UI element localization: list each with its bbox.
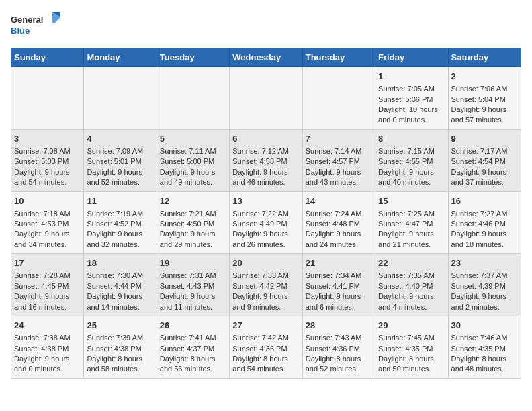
- day-info: Daylight: 9 hours and 43 minutes.: [306, 167, 372, 188]
- day-info: Sunrise: 7:09 AM: [87, 146, 153, 156]
- day-info: Sunset: 4:42 PM: [232, 281, 299, 291]
- day-info: Sunrise: 7:18 AM: [14, 209, 81, 219]
- day-info: Daylight: 9 hours and 6 minutes.: [306, 291, 372, 312]
- day-info: Daylight: 8 hours and 52 minutes.: [306, 354, 372, 375]
- calendar-cell: 18Sunrise: 7:30 AMSunset: 4:44 PMDayligh…: [84, 254, 157, 316]
- day-info: Sunset: 4:49 PM: [232, 219, 299, 229]
- day-number: 8: [378, 133, 445, 145]
- day-info: Sunrise: 7:06 AM: [451, 84, 518, 94]
- day-info: Sunset: 4:57 PM: [306, 156, 372, 167]
- day-info: Sunset: 4:44 PM: [87, 281, 153, 291]
- day-info: Daylight: 9 hours and 46 minutes.: [232, 167, 299, 188]
- day-info: Sunrise: 7:22 AM: [232, 209, 299, 219]
- day-info: Sunset: 4:37 PM: [160, 344, 226, 354]
- svg-text:Blue: Blue: [11, 26, 30, 36]
- day-info: Sunrise: 7:46 AM: [451, 333, 518, 343]
- day-number: 5: [160, 133, 226, 145]
- day-info: Sunset: 4:50 PM: [160, 219, 226, 229]
- day-info: Daylight: 9 hours and 32 minutes.: [87, 229, 153, 250]
- day-number: 14: [306, 195, 372, 208]
- day-info: Sunset: 5:00 PM: [160, 156, 226, 167]
- day-info: Sunset: 4:36 PM: [306, 344, 372, 354]
- day-number: 28: [306, 320, 372, 332]
- calendar-week-row: 17Sunrise: 7:28 AMSunset: 4:45 PMDayligh…: [11, 254, 521, 316]
- calendar-week-row: 1Sunrise: 7:05 AMSunset: 5:06 PMDaylight…: [11, 67, 521, 130]
- calendar-cell: 25Sunrise: 7:39 AMSunset: 4:38 PMDayligh…: [84, 316, 157, 379]
- weekday-header-monday: Monday: [84, 48, 157, 67]
- weekday-header-saturday: Saturday: [448, 48, 521, 67]
- day-info: Daylight: 9 hours and 2 minutes.: [451, 291, 518, 312]
- calendar-cell: 30Sunrise: 7:46 AMSunset: 4:35 PMDayligh…: [448, 316, 521, 379]
- day-number: 21: [306, 257, 372, 269]
- calendar-cell: 19Sunrise: 7:31 AMSunset: 4:43 PMDayligh…: [157, 254, 229, 316]
- day-info: Sunrise: 7:38 AM: [14, 333, 81, 343]
- day-number: 16: [451, 195, 518, 208]
- day-info: Daylight: 8 hours and 54 minutes.: [232, 354, 299, 375]
- day-info: Sunset: 4:48 PM: [306, 219, 372, 229]
- weekday-header-sunday: Sunday: [11, 48, 84, 67]
- calendar-cell: 7Sunrise: 7:14 AMSunset: 4:57 PMDaylight…: [302, 129, 375, 191]
- day-number: 15: [378, 195, 445, 208]
- day-info: Sunset: 4:36 PM: [232, 344, 299, 354]
- day-info: Sunrise: 7:41 AM: [160, 333, 226, 343]
- day-info: Sunset: 4:35 PM: [451, 344, 518, 354]
- calendar-cell: 22Sunrise: 7:35 AMSunset: 4:40 PMDayligh…: [375, 254, 448, 316]
- day-info: Sunset: 4:46 PM: [451, 219, 518, 229]
- day-number: 11: [87, 195, 153, 208]
- day-info: Daylight: 8 hours and 48 minutes.: [451, 354, 518, 375]
- day-number: 3: [14, 133, 81, 145]
- day-info: Sunrise: 7:21 AM: [160, 209, 226, 219]
- calendar-cell: 5Sunrise: 7:11 AMSunset: 5:00 PMDaylight…: [157, 129, 229, 191]
- day-info: Sunset: 4:35 PM: [378, 344, 445, 354]
- day-info: Sunset: 4:53 PM: [14, 219, 81, 229]
- day-info: Sunrise: 7:11 AM: [160, 146, 226, 156]
- weekday-header-row: SundayMondayTuesdayWednesdayThursdayFrid…: [11, 48, 521, 67]
- day-number: 10: [14, 195, 81, 208]
- calendar-cell: 20Sunrise: 7:33 AMSunset: 4:42 PMDayligh…: [230, 254, 302, 316]
- day-info: Daylight: 9 hours and 52 minutes.: [87, 167, 153, 188]
- day-info: Sunset: 4:55 PM: [378, 156, 445, 167]
- weekday-header-friday: Friday: [375, 48, 448, 67]
- day-info: Daylight: 9 hours and 16 minutes.: [14, 291, 81, 312]
- day-info: Daylight: 9 hours and 0 minutes.: [14, 354, 81, 375]
- calendar-cell: 29Sunrise: 7:45 AMSunset: 4:35 PMDayligh…: [375, 316, 448, 379]
- day-info: Sunrise: 7:12 AM: [232, 146, 299, 156]
- day-info: Sunset: 4:43 PM: [160, 281, 226, 291]
- calendar-cell: [302, 67, 375, 130]
- calendar-cell: 28Sunrise: 7:43 AMSunset: 4:36 PMDayligh…: [302, 316, 375, 379]
- calendar-cell: 2Sunrise: 7:06 AMSunset: 5:04 PMDaylight…: [448, 67, 521, 130]
- day-info: Sunset: 4:45 PM: [14, 281, 81, 291]
- calendar-week-row: 24Sunrise: 7:38 AMSunset: 4:38 PMDayligh…: [11, 316, 521, 379]
- day-info: Sunrise: 7:45 AM: [378, 333, 445, 343]
- calendar-cell: 9Sunrise: 7:17 AMSunset: 4:54 PMDaylight…: [448, 129, 521, 191]
- day-info: Sunrise: 7:37 AM: [451, 271, 518, 281]
- day-info: Sunrise: 7:08 AM: [14, 146, 81, 156]
- day-info: Sunset: 5:03 PM: [14, 156, 81, 167]
- day-info: Sunset: 5:01 PM: [87, 156, 153, 167]
- day-info: Daylight: 9 hours and 37 minutes.: [451, 167, 518, 188]
- day-number: 18: [87, 257, 153, 269]
- day-info: Sunset: 4:58 PM: [232, 156, 299, 167]
- day-info: Sunrise: 7:33 AM: [232, 271, 299, 281]
- day-info: Daylight: 10 hours and 0 minutes.: [378, 105, 445, 126]
- day-number: 25: [87, 320, 153, 332]
- day-info: Sunrise: 7:31 AM: [160, 271, 226, 281]
- day-info: Sunrise: 7:34 AM: [306, 271, 372, 281]
- calendar-cell: 3Sunrise: 7:08 AMSunset: 5:03 PMDaylight…: [11, 129, 84, 191]
- day-info: Sunrise: 7:19 AM: [87, 209, 153, 219]
- day-number: 23: [451, 257, 518, 269]
- day-info: Daylight: 9 hours and 4 minutes.: [378, 291, 445, 312]
- day-info: Daylight: 8 hours and 56 minutes.: [160, 354, 226, 375]
- day-number: 27: [232, 320, 299, 332]
- day-info: Sunset: 5:04 PM: [451, 95, 518, 105]
- day-info: Sunrise: 7:27 AM: [451, 209, 518, 219]
- calendar-cell: [157, 67, 229, 130]
- day-info: Sunrise: 7:25 AM: [378, 209, 445, 219]
- day-info: Sunrise: 7:24 AM: [306, 209, 372, 219]
- day-number: 19: [160, 257, 226, 269]
- day-number: 26: [160, 320, 226, 332]
- day-info: Sunrise: 7:30 AM: [87, 271, 153, 281]
- day-info: Sunset: 4:39 PM: [451, 281, 518, 291]
- calendar-cell: [230, 67, 302, 130]
- day-info: Sunrise: 7:14 AM: [306, 146, 372, 156]
